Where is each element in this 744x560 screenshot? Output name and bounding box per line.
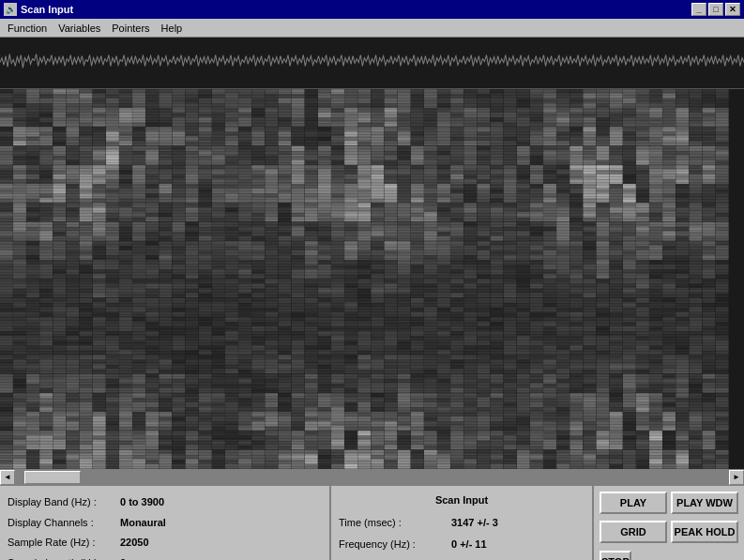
svg-rect-4114 xyxy=(543,132,556,137)
svg-rect-2224 xyxy=(292,170,305,174)
menu-pointers[interactable]: Pointers xyxy=(106,21,155,36)
svg-rect-2764 xyxy=(357,322,371,326)
svg-rect-3070 xyxy=(398,345,411,350)
svg-rect-660 xyxy=(80,308,93,312)
svg-rect-794 xyxy=(93,436,106,441)
svg-rect-4320 xyxy=(569,156,583,160)
svg-rect-5344 xyxy=(703,246,716,250)
svg-rect-384 xyxy=(39,398,53,402)
svg-rect-4300 xyxy=(556,460,569,464)
svg-rect-3874 xyxy=(504,360,517,365)
scroll-right-button[interactable]: ► xyxy=(729,470,744,485)
svg-rect-4390 xyxy=(569,421,583,426)
svg-rect-2910 xyxy=(385,117,398,122)
svg-rect-440 xyxy=(53,232,67,236)
svg-rect-840 xyxy=(106,232,119,236)
svg-rect-1464 xyxy=(186,322,199,326)
svg-rect-2344 xyxy=(305,246,318,250)
svg-rect-5567 xyxy=(0,272,729,273)
svg-rect-4610 xyxy=(610,117,623,122)
svg-rect-1070 xyxy=(132,345,145,350)
menu-variables[interactable]: Variables xyxy=(53,21,106,36)
svg-rect-5160 xyxy=(676,308,689,312)
svg-rect-604 xyxy=(80,94,93,98)
svg-rect-4674 xyxy=(610,360,623,365)
minimize-button[interactable]: _ xyxy=(691,3,706,16)
svg-rect-5624 xyxy=(0,432,729,433)
svg-rect-924 xyxy=(119,170,132,174)
svg-rect-3100 xyxy=(398,460,411,464)
svg-rect-5124 xyxy=(676,170,689,174)
svg-rect-1074 xyxy=(132,360,145,365)
svg-rect-3584 xyxy=(463,398,477,402)
svg-rect-5290 xyxy=(690,421,703,426)
svg-rect-434 xyxy=(53,208,67,213)
peak-hold-button[interactable]: PEAK HOLD xyxy=(671,521,738,543)
svg-rect-2644 xyxy=(344,246,357,250)
svg-rect-2374 xyxy=(305,360,318,365)
svg-rect-4540 xyxy=(597,232,610,236)
svg-rect-3514 xyxy=(463,132,477,137)
svg-rect-4530 xyxy=(597,193,610,198)
svg-rect-4080 xyxy=(530,384,543,388)
svg-rect-1494 xyxy=(186,436,199,441)
svg-rect-3284 xyxy=(424,398,437,402)
svg-rect-4554 xyxy=(597,284,610,289)
scroll-h-track[interactable] xyxy=(15,470,729,485)
svg-rect-544 xyxy=(67,246,80,250)
stop-button[interactable]: STOP xyxy=(600,551,631,560)
svg-rect-5020 xyxy=(662,156,676,160)
svg-rect-4334 xyxy=(569,208,583,213)
svg-rect-1960 xyxy=(251,308,265,312)
svg-rect-5030 xyxy=(662,193,676,198)
svg-rect-5534 xyxy=(0,179,729,180)
svg-rect-1000 xyxy=(119,460,132,464)
svg-rect-470 xyxy=(53,345,67,350)
svg-rect-1130 xyxy=(145,193,159,198)
svg-rect-4350 xyxy=(569,269,583,274)
svg-rect-3984 xyxy=(517,398,530,402)
svg-rect-1964 xyxy=(251,322,265,326)
horizontal-scrollbar[interactable]: ◄ ► xyxy=(0,469,744,484)
svg-rect-5180 xyxy=(676,384,689,388)
play-wdw-button[interactable]: PLAY WDW xyxy=(671,492,738,514)
svg-rect-954 xyxy=(119,284,132,289)
svg-rect-5444 xyxy=(716,246,729,250)
menu-function[interactable]: Function xyxy=(2,21,53,36)
svg-rect-2090 xyxy=(266,421,279,426)
svg-rect-760 xyxy=(93,308,106,312)
svg-rect-4960 xyxy=(649,308,662,312)
svg-rect-3840 xyxy=(504,232,517,236)
svg-rect-3744 xyxy=(491,246,504,250)
svg-rect-5260 xyxy=(690,308,703,312)
play-button[interactable]: PLAY xyxy=(600,492,667,514)
maximize-button[interactable]: □ xyxy=(708,3,723,16)
svg-rect-1620 xyxy=(212,156,225,160)
svg-rect-5627 xyxy=(0,441,729,442)
grid-button[interactable]: GRID xyxy=(600,521,667,543)
svg-rect-4640 xyxy=(610,232,623,236)
svg-rect-1040 xyxy=(132,232,145,236)
svg-rect-674 xyxy=(80,360,93,365)
svg-rect-1694 xyxy=(212,436,225,441)
svg-rect-714 xyxy=(93,132,106,137)
scroll-h-thumb[interactable] xyxy=(24,471,81,484)
svg-rect-1614 xyxy=(212,132,225,137)
svg-rect-4084 xyxy=(530,398,543,402)
svg-rect-974 xyxy=(119,360,132,365)
svg-rect-3394 xyxy=(437,436,450,441)
svg-rect-3530 xyxy=(463,193,477,198)
scroll-left-button[interactable]: ◄ xyxy=(0,470,15,485)
svg-rect-3170 xyxy=(411,345,424,350)
menu-help[interactable]: Help xyxy=(156,21,189,36)
svg-rect-4360 xyxy=(569,308,583,312)
svg-rect-5586 xyxy=(0,325,729,326)
svg-rect-1080 xyxy=(132,384,145,388)
svg-rect-2730 xyxy=(357,193,371,198)
svg-rect-5611 xyxy=(0,396,729,397)
svg-rect-430 xyxy=(53,193,67,198)
svg-rect-5581 xyxy=(0,311,729,312)
close-button[interactable]: ✕ xyxy=(725,3,740,16)
svg-rect-5430 xyxy=(716,193,729,198)
svg-rect-4744 xyxy=(623,246,636,250)
